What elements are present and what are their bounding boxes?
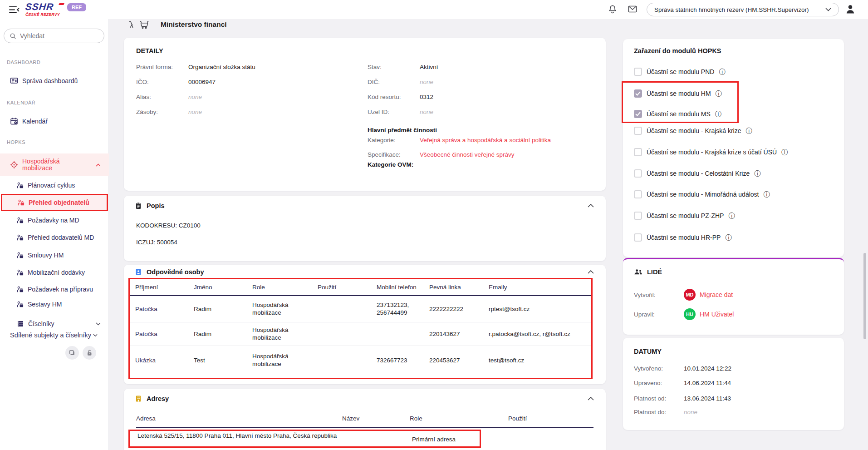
sidebar-item-sdilene-subjekty[interactable]: Sdílené subjekty a číselníky: [10, 331, 98, 339]
modules-card: Zařazení do modulů HOPKS Účastní se modu…: [623, 39, 844, 257]
section-label-dashboard: DASHBOARD: [7, 59, 40, 65]
chevron-down-icon: [825, 8, 831, 11]
chevron-down-icon: [93, 334, 98, 337]
responsible-persons-table: Příjmení Jméno Role Použití Mobilní tele…: [130, 279, 591, 375]
sshr-logo[interactable]: SSHR ČESKÉ REZERVY: [25, 2, 71, 17]
module-row-hm[interactable]: Účastní se modulu HM ⓘ: [634, 88, 722, 99]
info-icon[interactable]: ⓘ: [781, 149, 788, 155]
col-header: Emaily: [484, 279, 591, 296]
sidebar-item-prehled-dodavatelu-md[interactable]: Přehled dodavatelů MD: [0, 231, 109, 244]
sidebar-item-smlouvy-hm[interactable]: Smlouvy HM: [0, 248, 109, 262]
section-label-hopks: HOPKS: [7, 139, 25, 145]
module-row-ms[interactable]: Účastní se modulu MS ⓘ: [634, 109, 721, 119]
module-row-celostatni-krize[interactable]: Účastní se modulu - Celostátní Krize ⓘ: [634, 168, 760, 179]
col-header: Příjmení: [130, 279, 189, 296]
field-pravni-forma: Právní forma:Organizační složka státu: [136, 64, 255, 72]
person-surname-link[interactable]: Patočka: [130, 322, 189, 346]
people-title: LIDÉ: [647, 268, 662, 276]
cart-icon: [139, 20, 150, 29]
sidebar-item-prehled-objednatelu[interactable]: Přehled objednatelů: [1, 194, 108, 211]
sidebar-search[interactable]: [4, 29, 104, 43]
annotation-box-address-row: Letenská 525/15, 11800 Praha 011, Hlavní…: [128, 430, 481, 448]
info-icon[interactable]: ⓘ: [715, 111, 721, 117]
kategorie-link[interactable]: Veřejná správa a hospodářská a sociální …: [420, 137, 551, 145]
checkbox[interactable]: [634, 212, 642, 220]
unlock-icon: [86, 349, 93, 356]
info-icon[interactable]: ⓘ: [728, 213, 735, 219]
sidebar-item-mobilizacni-dodavky[interactable]: Mobilizační dodávky: [0, 266, 109, 279]
field-specifikace: Specifikace:Všeobecné činnosti veřejné s…: [368, 151, 515, 159]
description-line: ICZUJ: 500054: [136, 239, 177, 246]
specifikace-link[interactable]: Všeobecné činnosti veřejné správy: [420, 151, 515, 159]
field-uzel-id: Uzel ID:none: [368, 109, 433, 117]
chevron-up-icon: [96, 163, 101, 167]
col-header: Mobilní telefon: [372, 279, 425, 296]
sidebar-item-planovaci-cyklus[interactable]: Plánovací cyklus: [0, 178, 109, 192]
search-input[interactable]: [20, 32, 93, 40]
module-row-krajska-krize[interactable]: Účastní se modulu - Krajská krize ⓘ: [634, 125, 752, 136]
page-heading: Ministerstvo financí: [128, 19, 227, 30]
checkbox[interactable]: [634, 110, 642, 118]
checkbox[interactable]: [634, 127, 642, 135]
checkbox[interactable]: [634, 148, 642, 156]
checkbox[interactable]: [634, 89, 642, 98]
sidebar-item-pozadavek-na-pripravu[interactable]: Požadavek na přípravu: [0, 282, 109, 296]
module-row-pnd[interactable]: Účastní se modulu PND ⓘ: [634, 66, 725, 77]
person-briefcase-icon: [17, 182, 24, 189]
table-row[interactable]: Patočka Radim Hospodářská mobilizace 237…: [130, 296, 591, 322]
scrollbar-thumb[interactable]: [863, 253, 866, 339]
dates-card: DATUMY Vytvořeno:10.01.2024 12:22 Uprave…: [623, 338, 844, 430]
col-header: Pevná linka: [425, 279, 484, 296]
module-row-krajska-krize-usu[interactable]: Účastní se modulu - Krajská krize s účat…: [634, 147, 788, 158]
sidebar-item-pozadavky-na-md[interactable]: Požadavky na MD: [0, 213, 109, 227]
collapse-chevron-up-icon[interactable]: [588, 397, 594, 401]
role-selector[interactable]: Správa státních hmotných rezerv (HM.SSHR…: [647, 3, 839, 16]
copy-button[interactable]: [65, 346, 79, 360]
sidebar-item-sprava-dashboardu[interactable]: Správa dashboardů: [0, 74, 109, 88]
collapse-chevron-up-icon[interactable]: [588, 204, 594, 208]
unlock-button[interactable]: [83, 346, 96, 360]
catalog-icon: [17, 320, 24, 327]
module-row-pz-zhp[interactable]: Účastní se modulu PZ-ZHP ⓘ: [634, 210, 735, 221]
col-header: Použití: [313, 279, 372, 296]
sidebar-collapse-icon[interactable]: [9, 6, 20, 14]
created-by-link[interactable]: Migrace dat: [700, 291, 733, 298]
table-row[interactable]: Patočka Radim Hospodářská mobilizace 220…: [130, 322, 591, 346]
sidebar-item-ciselniky[interactable]: Číselníky: [0, 317, 109, 331]
user-avatar[interactable]: [845, 4, 856, 15]
person-surname-link[interactable]: Patočka: [130, 296, 189, 322]
details-title: DETAILY: [136, 47, 163, 54]
table-row[interactable]: Ukázka Test Hospodářská mobilizace 73266…: [130, 346, 591, 375]
logo-subtitle: ČESKÉ REZERVY: [25, 12, 71, 17]
messages-mail-icon[interactable]: [628, 5, 637, 15]
checkbox[interactable]: [634, 169, 642, 178]
date-row-created: Vytvořeno:10.01.2024 12:22: [634, 364, 731, 372]
created-by-row: Vytvořil: MD Migrace dat: [634, 289, 733, 301]
modules-title: Zařazení do modulů HOPKS: [634, 47, 721, 54]
info-icon[interactable]: ⓘ: [725, 234, 731, 241]
checkbox[interactable]: [634, 68, 642, 76]
sidebar-item-kalendar[interactable]: Kalendář: [0, 114, 109, 128]
description-line: KODOKRESU: CZ0100: [136, 222, 201, 229]
info-icon[interactable]: ⓘ: [746, 128, 752, 134]
person-surname-link[interactable]: Ukázka: [130, 346, 189, 375]
module-row-hr-pp[interactable]: Účastní se modulu HR-PP ⓘ: [634, 232, 731, 243]
sidebar-item-sestavy-hm[interactable]: Sestavy HM: [0, 297, 109, 311]
checkbox[interactable]: [634, 233, 642, 242]
info-icon[interactable]: ⓘ: [716, 90, 722, 97]
col-header: Role: [248, 279, 313, 296]
info-icon[interactable]: ⓘ: [719, 69, 725, 75]
checkbox[interactable]: [634, 190, 642, 198]
field-kod-resortu: Kód resortu:0312: [368, 94, 433, 102]
updated-by-link[interactable]: HM Uživatel: [700, 311, 734, 318]
module-row-mimoradna-udalost[interactable]: Účastní se modulu - Mimořádná událost ⓘ: [634, 189, 770, 200]
notifications-bell-icon[interactable]: [608, 5, 617, 14]
id-badge-icon: [135, 268, 142, 276]
collapse-chevron-up-icon[interactable]: [588, 270, 594, 274]
info-icon[interactable]: ⓘ: [763, 191, 770, 198]
avatar-initials: HU: [684, 308, 696, 320]
sidebar-item-hospodarska-mobilizace[interactable]: Hospodářská mobilizace: [0, 153, 109, 176]
logo-accent: [59, 3, 64, 5]
role-selector-value: Správa státních hmotných rezerv (HM.SSHR…: [654, 6, 809, 13]
info-icon[interactable]: ⓘ: [754, 170, 760, 177]
